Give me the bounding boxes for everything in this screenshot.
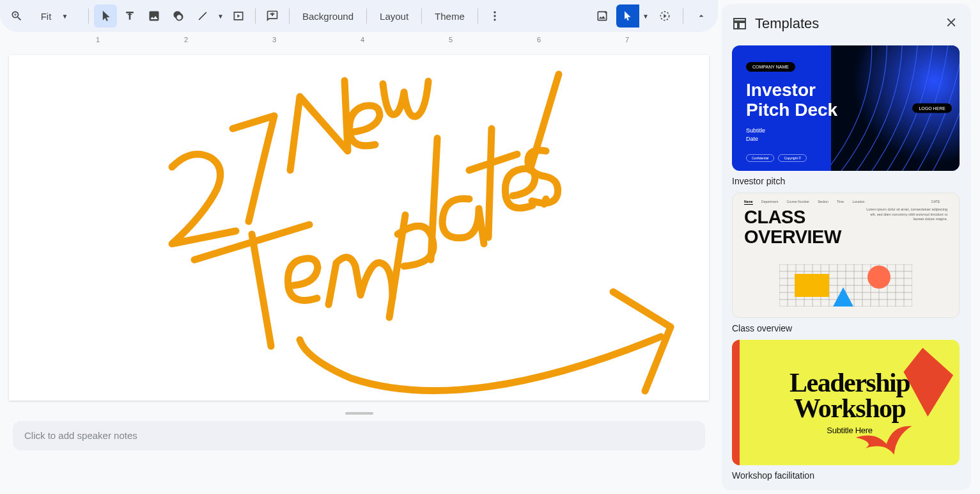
svg-point-1 — [494, 12, 495, 13]
canvas-area: Click to add speaker notes — [0, 49, 718, 494]
zoom-select[interactable]: Fit ▼ — [29, 4, 79, 28]
separator — [255, 8, 256, 24]
template-tabs: Name Department Course Number Section Ti… — [744, 193, 947, 206]
pen-tool[interactable] — [616, 4, 639, 28]
svg-point-3 — [494, 19, 495, 20]
panel-header: Templates — [732, 13, 961, 34]
main-area: Fit ▼ T ▼ — [0, 0, 718, 494]
close-panel-button[interactable] — [942, 13, 961, 34]
image-tool[interactable] — [143, 4, 166, 28]
more-tools-button[interactable] — [483, 4, 506, 28]
template-card-class: Name Department Course Number Section Ti… — [732, 193, 960, 333]
template-card-workshop: Leadership Workshop Subtitle Here Worksh… — [732, 340, 960, 481]
ruler-mark: 3 — [272, 36, 276, 44]
speaker-notes[interactable]: Click to add speaker notes — [13, 421, 705, 450]
video-tool[interactable] — [227, 4, 250, 28]
ruler-mark: 1 — [96, 36, 100, 44]
caret-down-icon: ▼ — [642, 13, 649, 20]
template-card-investor: COMPANY NAME Investor Pitch Deck Subtitl… — [732, 45, 960, 186]
toolbar: Fit ▼ T ▼ — [0, 0, 718, 32]
templates-icon — [732, 16, 747, 31]
separator — [683, 8, 683, 24]
template-subtitle: Subtitle Here — [740, 425, 960, 434]
select-tool[interactable] — [94, 4, 117, 28]
template-thumb-investor[interactable]: COMPANY NAME Investor Pitch Deck Subtitl… — [732, 45, 960, 171]
separator — [88, 8, 89, 24]
theme-button[interactable]: Theme — [427, 4, 472, 28]
templates-panel: Templates COMPANY NAME — [722, 4, 971, 490]
motion-button[interactable] — [653, 4, 676, 28]
template-subtitle: Subtitle Date — [746, 127, 857, 144]
pen-tool-dropdown[interactable]: ▼ — [639, 4, 651, 28]
line-tool-dropdown[interactable]: ▼ — [214, 4, 226, 28]
separator — [366, 8, 367, 24]
svg-text:T: T — [128, 13, 132, 20]
ruler-mark: 2 — [184, 36, 188, 44]
caret-down-icon: ▼ — [217, 13, 224, 20]
logo-pill: LOGO HERE — [912, 104, 952, 113]
notes-resize-handle[interactable] — [345, 412, 373, 415]
template-label: Investor pitch — [732, 176, 960, 186]
collapse-toolbar-button[interactable] — [690, 4, 713, 28]
ruler-mark: 5 — [449, 36, 453, 44]
template-label: Workshop facilitation — [732, 470, 960, 481]
slide-handwriting — [9, 55, 709, 401]
line-tool-group: ▼ — [191, 4, 226, 28]
template-title: CLASS OVERVIEW — [744, 207, 841, 248]
template-thumb-workshop[interactable]: Leadership Workshop Subtitle Here — [732, 340, 960, 465]
separator — [421, 8, 422, 24]
slide[interactable] — [9, 55, 709, 401]
background-button[interactable]: Background — [295, 4, 361, 28]
svg-point-2 — [494, 15, 495, 17]
template-lorem: Lorem ipsum dolor sit amet, consectetuer… — [864, 207, 947, 248]
template-label: Class overview — [732, 323, 960, 333]
ruler-mark: 6 — [537, 36, 541, 44]
company-pill: COMPANY NAME — [746, 62, 795, 72]
ruler-mark: 4 — [361, 36, 364, 44]
separator — [478, 8, 478, 24]
toolbar-right: ▼ — [591, 4, 713, 28]
ruler-mark: 7 — [625, 36, 629, 44]
template-title: Leadership Workshop — [740, 371, 960, 422]
layout-button[interactable]: Layout — [372, 4, 416, 28]
ruler: 1 2 3 4 5 6 7 — [0, 35, 718, 49]
mask-tool-group: ▼ — [616, 4, 651, 28]
panel-title: Templates — [755, 15, 934, 32]
shapes-grid — [779, 264, 912, 307]
zoom-label: Fit — [41, 11, 52, 22]
insert-image-button[interactable] — [591, 4, 614, 28]
zoom-in-button[interactable] — [5, 4, 28, 28]
text-box-tool[interactable]: T — [118, 4, 141, 28]
separator — [289, 8, 290, 24]
templates-list[interactable]: COMPANY NAME Investor Pitch Deck Subtitl… — [732, 45, 961, 481]
comment-tool[interactable] — [261, 4, 284, 28]
shape-tool[interactable] — [167, 4, 190, 28]
zoom-controls: Fit ▼ — [5, 4, 79, 28]
close-icon — [944, 15, 958, 29]
caret-down-icon: ▼ — [61, 13, 68, 20]
template-thumb-class[interactable]: Name Department Course Number Section Ti… — [732, 193, 960, 318]
line-tool[interactable] — [191, 4, 214, 28]
template-title: Investor Pitch Deck — [746, 81, 857, 120]
